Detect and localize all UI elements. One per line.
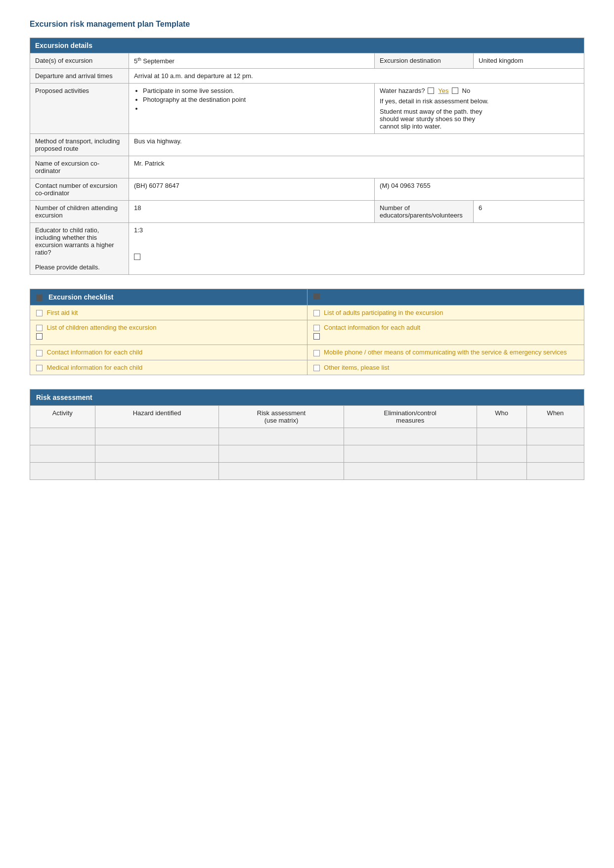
risk-row-2-elimination[interactable]	[344, 445, 477, 462]
date-row: Date(s) of excursion 5th September Excur…	[30, 53, 584, 69]
activities-label: Proposed activities	[30, 84, 129, 134]
risk-row-3-hazard[interactable]	[95, 462, 219, 479]
checklist-medical: Medical information for each child	[30, 360, 307, 375]
checklist-row-4: Medical information for each child Other…	[30, 360, 584, 375]
risk-row-1-when[interactable]	[526, 428, 584, 445]
no-checkbox[interactable]	[452, 87, 458, 94]
excursion-details-table: Excursion details Date(s) of excursion 5…	[30, 38, 584, 275]
children-count-value: 18	[129, 201, 375, 223]
risk-row-3-when[interactable]	[526, 462, 584, 479]
yes-label: Yes	[438, 87, 448, 94]
contact-adult-checkbox2[interactable]	[313, 333, 320, 340]
ratio-checkbox[interactable]	[134, 254, 140, 260]
risk-header-row: Risk assessment	[30, 389, 584, 405]
water-detail: If yes, detail in risk assessment below.	[380, 97, 579, 105]
checklist-children-list: List of children attending the excursion	[30, 320, 307, 345]
coordinator-name-row: Name of excursion co-ordinator Mr. Patri…	[30, 156, 584, 178]
date-label: Date(s) of excursion	[30, 53, 129, 69]
mobile-checkbox[interactable]	[313, 350, 320, 356]
departure-label: Departure and arrival times	[30, 69, 129, 84]
ratio-value: 1:3	[129, 223, 584, 275]
checklist-header-row: Excursion checklist	[30, 289, 584, 305]
risk-row-3-activity[interactable]	[30, 462, 95, 479]
checklist-table: Excursion checklist First aid kit List o…	[30, 289, 584, 375]
checklist-row-2: List of children attending the excursion…	[30, 320, 584, 345]
educators-label: Number of educators/parents/volunteers	[375, 201, 474, 223]
col-hazard: Hazard identified	[95, 405, 219, 428]
water-hazards-label: Water hazards?	[380, 87, 425, 94]
contact-child-checkbox[interactable]	[36, 350, 43, 356]
transport-value: Bus via highway.	[129, 134, 584, 156]
risk-row-2-who[interactable]	[477, 445, 526, 462]
departure-row: Departure and arrival times Arrival at 1…	[30, 69, 584, 84]
transport-label: Method of transport, including proposed …	[30, 134, 129, 156]
risk-column-headers: Activity Hazard identified Risk assessme…	[30, 405, 584, 428]
risk-row-1-assessment[interactable]	[219, 428, 344, 445]
checklist-row-3: Contact information for each child Mobil…	[30, 345, 584, 360]
risk-row-3	[30, 462, 584, 479]
checklist-contact-adult: Contact information for each adult	[307, 320, 584, 345]
checklist-header-right	[307, 289, 584, 305]
checklist-mobile: Mobile phone / other means of communicat…	[307, 345, 584, 360]
page-title: Excursion risk management plan Template	[30, 20, 584, 29]
checklist-header-checkbox[interactable]	[36, 295, 43, 301]
risk-row-2-hazard[interactable]	[95, 445, 219, 462]
contact-number-label: Contact number of excursion co-ordinator	[30, 178, 129, 201]
col-risk: Risk assessment(use matrix)	[219, 405, 344, 428]
excursion-details-header: Excursion details	[30, 38, 584, 53]
transport-row: Method of transport, including proposed …	[30, 134, 584, 156]
risk-row-1-activity[interactable]	[30, 428, 95, 445]
date-value: 5th September	[129, 53, 375, 69]
checklist-adults-list: List of adults participating in the excu…	[307, 305, 584, 320]
contact-m: (M) 04 0963 7655	[375, 178, 584, 201]
risk-row-1-who[interactable]	[477, 428, 526, 445]
coordinator-name-label: Name of excursion co-ordinator	[30, 156, 129, 178]
risk-row-2-assessment[interactable]	[219, 445, 344, 462]
yes-checkbox[interactable]	[428, 87, 434, 94]
ratio-label: Educator to child ratio, including wheth…	[30, 223, 129, 275]
coordinator-name-value: Mr. Patrick	[129, 156, 584, 178]
first-aid-checkbox[interactable]	[36, 310, 43, 316]
adults-list-checkbox[interactable]	[313, 310, 320, 316]
checklist-header-label: Excursion checklist	[30, 289, 307, 305]
ratio-row: Educator to child ratio, including wheth…	[30, 223, 584, 275]
water-hazards-cell: Water hazards? Yes No If yes, detail in …	[375, 84, 584, 134]
checklist-contact-child: Contact information for each child	[30, 345, 307, 360]
children-list-checkbox2[interactable]	[36, 333, 43, 340]
other-checkbox[interactable]	[313, 365, 320, 371]
risk-row-3-assessment[interactable]	[219, 462, 344, 479]
risk-row-1	[30, 428, 584, 445]
activities-row: Proposed activities Participate in some …	[30, 84, 584, 134]
educators-count-value: 6	[474, 201, 584, 223]
col-elimination: Elimination/controlmeasures	[344, 405, 477, 428]
col-who: Who	[477, 405, 526, 428]
risk-row-1-hazard[interactable]	[95, 428, 219, 445]
risk-row-3-elimination[interactable]	[344, 462, 477, 479]
contact-bh: (BH) 6077 8647	[129, 178, 375, 201]
destination-label: Excursion destination	[375, 53, 474, 69]
numbers-row: Number of children attending excursion 1…	[30, 201, 584, 223]
contact-adult-checkbox[interactable]	[313, 325, 320, 331]
water-text: Student must away of the path. they shou…	[380, 108, 579, 130]
risk-row-2	[30, 445, 584, 462]
children-list-checkbox[interactable]	[36, 325, 43, 331]
risk-assessment-table: Risk assessment Activity Hazard identifi…	[30, 389, 584, 480]
risk-row-2-activity[interactable]	[30, 445, 95, 462]
checklist-other: Other items, please list	[307, 360, 584, 375]
children-count-label: Number of children attending excursion	[30, 201, 129, 223]
col-when: When	[526, 405, 584, 428]
medical-checkbox[interactable]	[36, 365, 43, 371]
risk-row-2-when[interactable]	[526, 445, 584, 462]
col-activity: Activity	[30, 405, 95, 428]
checklist-main-checkbox[interactable]	[313, 293, 320, 300]
departure-value: Arrival at 10 a.m. and departure at 12 p…	[129, 69, 584, 84]
checklist-row-1: First aid kit List of adults participati…	[30, 305, 584, 320]
checklist-first-aid: First aid kit	[30, 305, 307, 320]
contact-number-row: Contact number of excursion co-ordinator…	[30, 178, 584, 201]
risk-row-1-elimination[interactable]	[344, 428, 477, 445]
no-label: No	[462, 87, 471, 94]
risk-row-3-who[interactable]	[477, 462, 526, 479]
activities-value: Participate in some live session. Photog…	[129, 84, 375, 134]
destination-value: United kingdom	[474, 53, 584, 69]
risk-header-label: Risk assessment	[30, 389, 584, 405]
